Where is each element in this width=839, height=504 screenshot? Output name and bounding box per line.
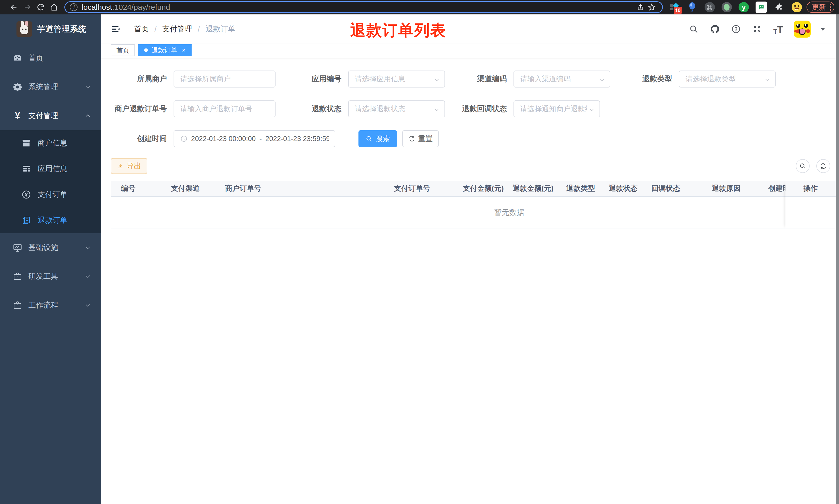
extension-command-icon[interactable] (704, 2, 715, 12)
date-start[interactable]: 2022-01-23 00:00:00 (191, 135, 256, 143)
sidebar-item-label: 系统管理 (28, 82, 58, 92)
merchant-select[interactable] (174, 71, 275, 88)
sidebar-collapse-icon[interactable] (110, 23, 122, 35)
sidebar-item-infra[interactable]: 基础设施 (0, 233, 101, 262)
sidebar-item-refund-order[interactable]: 退款订单 (0, 208, 101, 233)
browser-home-button[interactable] (47, 2, 61, 13)
bookmark-star-icon[interactable] (646, 2, 658, 13)
app-title: 芋道管理系统 (37, 24, 87, 35)
sidebar-item-pay[interactable]: ¥ 支付管理 (0, 102, 101, 130)
extension-record-icon[interactable] (721, 2, 732, 12)
chevron-down-icon (85, 84, 91, 90)
sidebar-item-label: 应用信息 (38, 164, 68, 174)
date-end[interactable]: 2022-01-23 23:59:59 (266, 135, 328, 143)
avatar-dropdown-icon[interactable] (820, 28, 825, 31)
sidebar-item-app-info[interactable]: 应用信息 (0, 156, 101, 182)
url-host: localhost (82, 3, 112, 11)
select-placeholder: 请输入渠道编码 (520, 74, 571, 84)
chevron-down-icon (434, 107, 440, 113)
tab-refund-order[interactable]: 退款订单 × (138, 44, 192, 56)
show-search-toggle-button[interactable] (796, 159, 810, 173)
channel-select[interactable]: 请输入渠道编码 (514, 71, 610, 88)
filter-label: 商户退款订单号 (111, 104, 174, 114)
empty-text: 暂无数据 (495, 208, 524, 218)
merchant-refund-no-input[interactable] (180, 105, 269, 113)
app-select[interactable]: 请选择应用信息 (348, 71, 445, 88)
extension-y-letter: y (742, 3, 746, 11)
sidebar-item-label: 研发工具 (28, 271, 58, 282)
reset-button[interactable]: 重置 (402, 130, 439, 147)
search-icon[interactable] (688, 23, 699, 35)
refresh-table-button[interactable] (816, 159, 830, 173)
profile-emoji-avatar[interactable] (792, 2, 802, 12)
tab-label: 退款订单 (151, 46, 177, 55)
extension-balloon-icon[interactable] (686, 2, 698, 13)
url-text: localhost:1024/pay/refund (82, 3, 635, 12)
tab-label: 首页 (117, 46, 129, 55)
filter-label: 退款类型 (610, 74, 679, 84)
breadcrumb-section[interactable]: 支付管理 (162, 24, 192, 34)
table-grid-icon (21, 164, 32, 174)
monitor-chart-icon (11, 243, 24, 253)
merchant-refund-no-field[interactable] (174, 101, 275, 118)
notify-status-select[interactable]: 请选择通知商户退款结果的回调状态 (514, 101, 600, 118)
export-button[interactable]: 导出 (111, 158, 147, 174)
sidebar-item-home[interactable]: 首页 (0, 44, 101, 73)
logo-rabbit-avatar (17, 21, 32, 37)
sidebar-item-system[interactable]: 系统管理 (0, 73, 101, 102)
yen-icon: ¥ (11, 111, 24, 121)
tab-close-icon[interactable]: × (182, 47, 185, 54)
update-label: 更新 (812, 2, 826, 12)
window-scrollbar-strip[interactable] (836, 14, 839, 504)
chevron-down-icon (599, 77, 605, 83)
clock-icon (180, 135, 188, 143)
github-icon[interactable] (709, 23, 720, 35)
filter-label: 创建时间 (111, 133, 174, 144)
column-header: 退款状态 (603, 183, 644, 193)
refund-status-select[interactable]: 请选择退款状态 (348, 101, 445, 118)
site-info-icon[interactable]: i (70, 3, 77, 11)
chevron-down-icon (764, 77, 770, 83)
select-placeholder: 请选择退款状态 (355, 104, 405, 114)
breadcrumb-current: 退款订单 (206, 24, 235, 34)
tab-home[interactable]: 首页 (111, 44, 135, 56)
extension-chat-icon[interactable] (755, 2, 767, 13)
sidebar-item-pay-order[interactable]: 支付订单 (0, 182, 101, 208)
filter-row-3: 创建时间 2022-01-23 00:00:00 - 2022-01-23 23… (111, 130, 839, 147)
extensions-puzzle-icon[interactable] (773, 2, 785, 13)
gear-icon (11, 82, 24, 92)
browser-menu-icon[interactable] (830, 4, 831, 11)
create-time-range-picker[interactable]: 2022-01-23 00:00:00 - 2022-01-23 23:59:5… (174, 130, 335, 147)
browser-back-button[interactable] (7, 2, 21, 13)
browser-update-button[interactable]: 更新 (806, 2, 834, 13)
breadcrumb-home[interactable]: 首页 (134, 24, 149, 34)
search-button[interactable]: 搜索 (358, 130, 397, 147)
browser-forward-button[interactable] (21, 2, 34, 13)
sidebar-item-workflow[interactable]: 工作流程 (0, 291, 101, 320)
breadcrumb-separator: / (155, 25, 157, 34)
refresh-icon (408, 136, 415, 142)
merchant-input[interactable] (180, 75, 269, 83)
sidebar-item-label: 商户信息 (38, 138, 68, 148)
column-header: 退款类型 (559, 183, 603, 193)
user-avatar[interactable] (794, 21, 811, 38)
extension-y-icon[interactable]: y (738, 2, 749, 12)
screen: i localhost:1024/pay/refund 10 (0, 0, 839, 504)
filter-label: 渠道编码 (445, 74, 514, 84)
sidebar-item-merchant-info[interactable]: 商户信息 (0, 130, 101, 156)
extension-pinned-icon[interactable]: 10 (668, 2, 680, 13)
chevron-down-icon (434, 77, 440, 83)
browser-reload-button[interactable] (34, 2, 47, 13)
sidebar-item-dev-tools[interactable]: 研发工具 (0, 262, 101, 291)
help-icon[interactable] (730, 23, 742, 35)
font-size-icon[interactable]: TT (772, 23, 784, 35)
yen-circle-icon (21, 190, 32, 199)
share-icon[interactable] (635, 2, 646, 13)
refund-type-select[interactable]: 请选择退款类型 (679, 71, 775, 88)
address-bar[interactable]: i localhost:1024/pay/refund (65, 1, 663, 13)
url-path: :1024/pay/refund (112, 3, 170, 11)
fullscreen-icon[interactable] (751, 23, 763, 35)
chevron-up-icon (85, 112, 91, 119)
filter-label: 应用编号 (280, 74, 348, 84)
sidebar-logo[interactable]: 芋道管理系统 (0, 14, 101, 44)
